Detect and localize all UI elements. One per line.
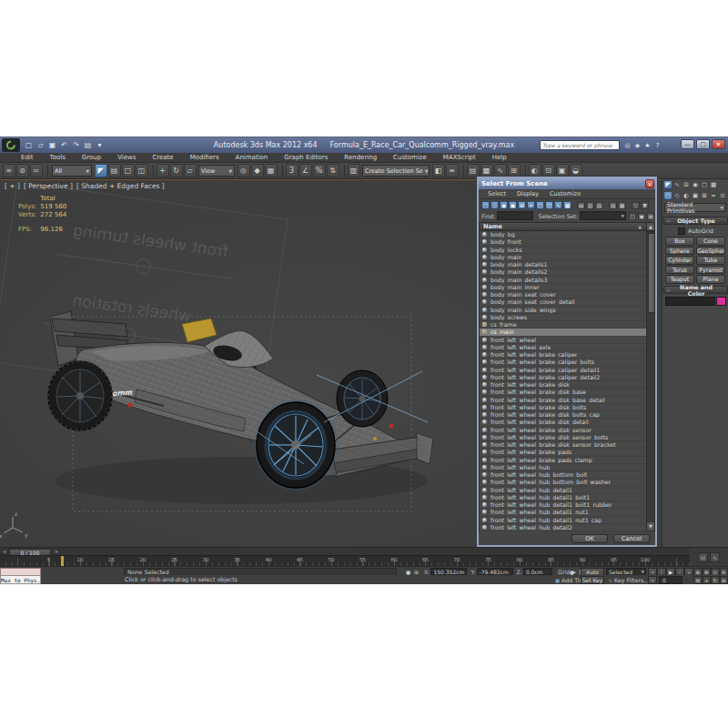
scene-object-row-body-main-details3[interactable]: body_main_details3 (480, 277, 646, 284)
new-scene-icon[interactable]: ▢ (23, 138, 35, 151)
scene-object-row-front-left-wheel-hub-detail1-nut1[interactable]: front_left_wheel_hub_detail1_nut1 (480, 509, 646, 516)
display-lights-icon[interactable]: ◉ (500, 201, 508, 209)
window-crossing-toggle-icon[interactable]: ◫ (136, 164, 148, 177)
scene-object-row-front-left-wheel-brake-disk-sensor[interactable]: front_left_wheel_brake_disk_sensor (480, 427, 646, 434)
create-pyramid-button[interactable]: Pyramid (696, 266, 725, 275)
menu-views[interactable]: Views (109, 154, 144, 161)
graphite-modeling-tools-icon[interactable]: ▩ (480, 164, 493, 177)
selection-filter-dropdown[interactable]: All▼ (52, 165, 92, 177)
display-frozen-icon[interactable]: ▤ (577, 201, 585, 209)
modify-tab-icon[interactable]: ∿ (672, 180, 682, 189)
y-coordinate-field[interactable]: -79.482cm (477, 568, 513, 575)
scene-object-row-front-left-wheel-axle[interactable]: front_left_wheel_axle (480, 344, 646, 351)
menu-help[interactable]: Help (484, 154, 515, 161)
keyboard-shortcut-override-icon[interactable]: ▦ (265, 164, 278, 177)
communication-center-icon[interactable]: ◈ (632, 140, 642, 150)
unlink-selection-icon[interactable]: ⊘ (16, 164, 29, 177)
helpers-category-icon[interactable]: ⊞ (700, 191, 709, 200)
qat-dropdown-icon[interactable]: ▾ (94, 138, 106, 151)
scene-object-row-body-main-details2[interactable]: body_main_details2 (480, 268, 646, 276)
3ds-max-logo-icon[interactable] (2, 138, 20, 152)
name-column-header[interactable]: Name ▲ (479, 222, 655, 231)
viewport-menu-general[interactable]: [ + ] (5, 182, 20, 190)
display-cameras-icon[interactable]: ▣ (509, 201, 517, 209)
utilities-tab-icon[interactable]: ▩ (709, 180, 718, 189)
time-slider[interactable]: < 0 / 100 > (0, 547, 690, 555)
scene-object-row-front-left-wheel-hub-detail2[interactable]: front_left_wheel_hub_detail2 (480, 524, 646, 531)
dialog-close-icon[interactable]: ✕ (645, 179, 654, 188)
angle-snap-toggle-icon[interactable]: ∠ (299, 164, 312, 177)
display-bones-icon[interactable]: ∿ (554, 201, 562, 209)
expand-all-icon[interactable]: ▩ (618, 201, 626, 209)
scene-object-row-body-locks[interactable]: body_locks (480, 247, 646, 254)
lights-category-icon[interactable]: ◐ (682, 191, 691, 200)
menu-customize[interactable]: Customize (385, 154, 435, 161)
select-and-rotate-icon[interactable]: ↻ (170, 164, 183, 177)
create-geosphere-button[interactable]: GeoSphere (696, 247, 725, 256)
scene-object-row-front-left-wheel-brake-caliper[interactable]: front_left_wheel_brake_caliper (480, 351, 646, 359)
scene-object-row-front-left-wheel-brake-caliper-detail2[interactable]: front_left_wheel_brake_caliper_detail2 (480, 374, 646, 381)
display-groups-icon[interactable]: ▢ (536, 201, 544, 209)
select-and-manipulate-icon[interactable]: ◆ (251, 164, 264, 177)
create-teapot-button[interactable]: Teapot (665, 275, 694, 284)
create-cone-button[interactable]: Cone (696, 237, 725, 246)
scene-object-row-front-left-wheel[interactable]: front_left_wheel (480, 337, 646, 344)
hierarchy-tab-icon[interactable]: ⊟ (682, 180, 691, 189)
scene-object-row-cs-main[interactable]: cs_main (480, 329, 646, 336)
scene-object-row-front-left-wheel-hub-bottom-bolt[interactable]: front_left_wheel_hub_bottom_bolt (480, 471, 646, 479)
show-curves-icon[interactable]: ∿ (710, 552, 720, 562)
selection-set-subtract-icon[interactable]: ▤ (647, 212, 654, 219)
orbit-icon[interactable]: ↻ (711, 576, 720, 585)
cameras-category-icon[interactable]: ▣ (691, 191, 700, 200)
favorites-icon[interactable]: ★ (642, 140, 652, 150)
viewport-menu-shading[interactable]: [ Shaded + Edged Faces ] (76, 182, 165, 190)
edit-named-selection-sets-icon[interactable]: ▥ (348, 164, 360, 177)
bind-to-space-warp-icon[interactable]: ≈ (30, 164, 43, 177)
rendered-frame-window-icon[interactable]: ▣ (556, 164, 569, 177)
selection-set-create-icon[interactable]: ▢ (629, 212, 636, 219)
scene-object-row-body-main-inner[interactable]: body_main_inner (480, 284, 646, 291)
primitive-category-dropdown[interactable]: Standard Primitives▼ (664, 203, 726, 212)
sync-selection-icon[interactable]: ▨ (609, 201, 617, 209)
maxscript-macro-button[interactable]: Max to Phys. (0, 575, 41, 584)
pan-view-icon[interactable]: + (703, 576, 712, 585)
z-coordinate-field[interactable]: 0.0cm (523, 568, 552, 575)
scene-object-row-front-left-wheel-brake-disk[interactable]: front_left_wheel_brake_disk (480, 381, 646, 389)
scene-object-row-front-left-wheel-hub-detail1-bolt1-rubber[interactable]: front_left_wheel_hub_detail1_bolt1_rubbe… (480, 501, 646, 509)
undo-icon[interactable]: ↶ (58, 138, 70, 151)
x-coordinate-field[interactable]: 150.352cm (430, 568, 467, 575)
ok-button[interactable]: OK (571, 534, 608, 543)
display-geometry-icon[interactable]: ○ (481, 201, 490, 209)
snaps-toggle-icon[interactable]: 3 (286, 164, 298, 177)
material-editor-icon[interactable]: ◐ (529, 164, 541, 177)
scene-object-row-body-main-seat-cover[interactable]: body_main_seat_cover (480, 291, 646, 298)
object-color-swatch[interactable] (716, 297, 726, 306)
autogrid-checkbox[interactable] (678, 228, 685, 235)
select-by-name-icon[interactable]: ▤ (108, 164, 121, 177)
reference-coordinate-system-dropdown[interactable]: View▼ (198, 165, 235, 177)
menu-select[interactable]: Select (482, 190, 511, 197)
menu-animation[interactable]: Animation (228, 154, 277, 161)
set-key-button[interactable]: Set Key (581, 576, 604, 584)
scene-object-row-body-main[interactable]: body_main (480, 254, 646, 261)
key-filters-button[interactable]: Key Filters... (614, 577, 649, 583)
object-type-rollout[interactable]: − Object Type (663, 217, 728, 225)
scene-object-row-body-front[interactable]: body_front (480, 238, 646, 246)
create-sphere-button[interactable]: Sphere (665, 247, 694, 256)
scene-object-row-front-left-wheel-brake-disk-bolts-cap[interactable]: front_left_wheel_brake_disk_bolts_cap (480, 411, 646, 419)
open-mini-curve-editor-icon[interactable]: ⊟ (698, 552, 708, 562)
filter-combinations-icon[interactable]: ▼ (641, 201, 649, 209)
dialog-title-bar[interactable]: Select From Scene (479, 178, 655, 189)
redo-icon[interactable]: ↷ (70, 138, 82, 151)
display-materials-icon[interactable]: ▧ (595, 201, 603, 209)
spinner-snap-toggle-icon[interactable]: ⇅ (327, 164, 339, 177)
selection-set-add-icon[interactable]: ▣ (638, 212, 645, 219)
mirror-icon[interactable]: ◧ (432, 164, 445, 177)
scene-object-row-front-left-wheel-brake-disk-sensor-bracket[interactable]: front_left_wheel_brake_disk_sensor_brack… (480, 441, 646, 449)
infocenter-search-input[interactable] (540, 140, 620, 150)
list-scrollbar[interactable]: ▼ (646, 231, 655, 531)
select-and-scale-icon[interactable]: ▱ (184, 164, 197, 177)
schematic-view-icon[interactable]: ⊞ (508, 164, 521, 177)
scene-object-row-body-main-side-wings[interactable]: body_main_side_wings (480, 307, 646, 314)
restore-icon[interactable]: ▢ (696, 139, 710, 149)
